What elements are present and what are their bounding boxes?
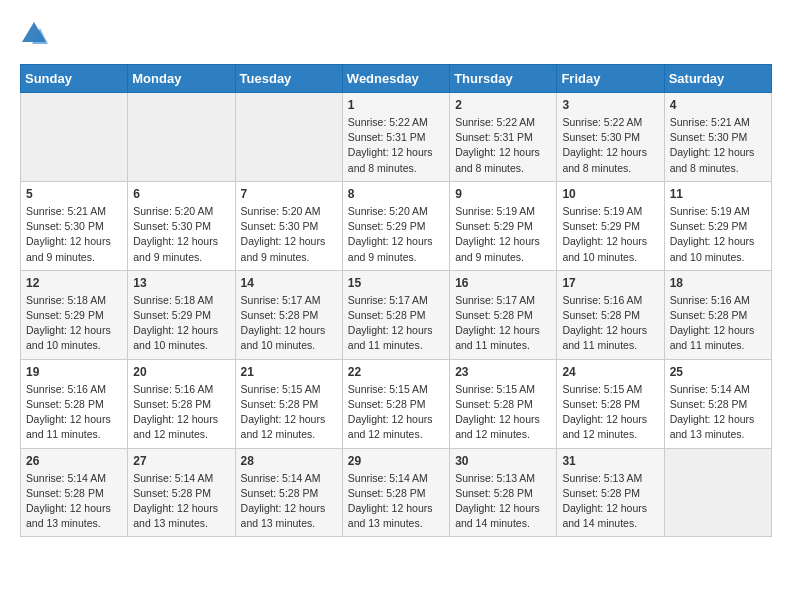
- day-cell: 17Sunrise: 5:16 AM Sunset: 5:28 PM Dayli…: [557, 270, 664, 359]
- day-info: Sunrise: 5:17 AM Sunset: 5:28 PM Dayligh…: [241, 293, 337, 354]
- day-info: Sunrise: 5:22 AM Sunset: 5:31 PM Dayligh…: [455, 115, 551, 176]
- day-cell: 31Sunrise: 5:13 AM Sunset: 5:28 PM Dayli…: [557, 448, 664, 537]
- day-info: Sunrise: 5:20 AM Sunset: 5:30 PM Dayligh…: [241, 204, 337, 265]
- day-info: Sunrise: 5:14 AM Sunset: 5:28 PM Dayligh…: [26, 471, 122, 532]
- day-number: 17: [562, 276, 658, 290]
- day-cell: 6Sunrise: 5:20 AM Sunset: 5:30 PM Daylig…: [128, 181, 235, 270]
- day-cell: [128, 93, 235, 182]
- day-cell: 3Sunrise: 5:22 AM Sunset: 5:30 PM Daylig…: [557, 93, 664, 182]
- day-info: Sunrise: 5:21 AM Sunset: 5:30 PM Dayligh…: [26, 204, 122, 265]
- day-info: Sunrise: 5:13 AM Sunset: 5:28 PM Dayligh…: [562, 471, 658, 532]
- day-info: Sunrise: 5:16 AM Sunset: 5:28 PM Dayligh…: [562, 293, 658, 354]
- day-number: 18: [670, 276, 766, 290]
- day-cell: 21Sunrise: 5:15 AM Sunset: 5:28 PM Dayli…: [235, 359, 342, 448]
- calendar-header: SundayMondayTuesdayWednesdayThursdayFrid…: [21, 65, 772, 93]
- day-info: Sunrise: 5:15 AM Sunset: 5:28 PM Dayligh…: [348, 382, 444, 443]
- day-cell: 2Sunrise: 5:22 AM Sunset: 5:31 PM Daylig…: [450, 93, 557, 182]
- day-info: Sunrise: 5:15 AM Sunset: 5:28 PM Dayligh…: [455, 382, 551, 443]
- day-cell: 7Sunrise: 5:20 AM Sunset: 5:30 PM Daylig…: [235, 181, 342, 270]
- day-cell: 23Sunrise: 5:15 AM Sunset: 5:28 PM Dayli…: [450, 359, 557, 448]
- week-row-1: 1Sunrise: 5:22 AM Sunset: 5:31 PM Daylig…: [21, 93, 772, 182]
- day-number: 9: [455, 187, 551, 201]
- day-number: 24: [562, 365, 658, 379]
- day-number: 15: [348, 276, 444, 290]
- day-number: 26: [26, 454, 122, 468]
- day-cell: 25Sunrise: 5:14 AM Sunset: 5:28 PM Dayli…: [664, 359, 771, 448]
- day-cell: 14Sunrise: 5:17 AM Sunset: 5:28 PM Dayli…: [235, 270, 342, 359]
- day-cell: 22Sunrise: 5:15 AM Sunset: 5:28 PM Dayli…: [342, 359, 449, 448]
- day-info: Sunrise: 5:20 AM Sunset: 5:30 PM Dayligh…: [133, 204, 229, 265]
- day-number: 29: [348, 454, 444, 468]
- day-info: Sunrise: 5:19 AM Sunset: 5:29 PM Dayligh…: [562, 204, 658, 265]
- day-info: Sunrise: 5:14 AM Sunset: 5:28 PM Dayligh…: [133, 471, 229, 532]
- day-info: Sunrise: 5:14 AM Sunset: 5:28 PM Dayligh…: [241, 471, 337, 532]
- day-cell: 4Sunrise: 5:21 AM Sunset: 5:30 PM Daylig…: [664, 93, 771, 182]
- day-cell: 9Sunrise: 5:19 AM Sunset: 5:29 PM Daylig…: [450, 181, 557, 270]
- header-cell-thursday: Thursday: [450, 65, 557, 93]
- day-info: Sunrise: 5:16 AM Sunset: 5:28 PM Dayligh…: [133, 382, 229, 443]
- day-number: 19: [26, 365, 122, 379]
- day-number: 3: [562, 98, 658, 112]
- day-number: 1: [348, 98, 444, 112]
- day-info: Sunrise: 5:20 AM Sunset: 5:29 PM Dayligh…: [348, 204, 444, 265]
- header-cell-tuesday: Tuesday: [235, 65, 342, 93]
- day-number: 10: [562, 187, 658, 201]
- day-cell: 10Sunrise: 5:19 AM Sunset: 5:29 PM Dayli…: [557, 181, 664, 270]
- logo-icon: [20, 20, 48, 48]
- day-cell: 29Sunrise: 5:14 AM Sunset: 5:28 PM Dayli…: [342, 448, 449, 537]
- day-number: 5: [26, 187, 122, 201]
- day-number: 27: [133, 454, 229, 468]
- day-number: 11: [670, 187, 766, 201]
- day-number: 2: [455, 98, 551, 112]
- header-cell-monday: Monday: [128, 65, 235, 93]
- calendar-table: SundayMondayTuesdayWednesdayThursdayFrid…: [20, 64, 772, 537]
- day-number: 22: [348, 365, 444, 379]
- day-cell: 12Sunrise: 5:18 AM Sunset: 5:29 PM Dayli…: [21, 270, 128, 359]
- day-info: Sunrise: 5:22 AM Sunset: 5:30 PM Dayligh…: [562, 115, 658, 176]
- day-info: Sunrise: 5:15 AM Sunset: 5:28 PM Dayligh…: [241, 382, 337, 443]
- day-number: 21: [241, 365, 337, 379]
- day-cell: 26Sunrise: 5:14 AM Sunset: 5:28 PM Dayli…: [21, 448, 128, 537]
- day-cell: 16Sunrise: 5:17 AM Sunset: 5:28 PM Dayli…: [450, 270, 557, 359]
- day-number: 4: [670, 98, 766, 112]
- day-cell: 19Sunrise: 5:16 AM Sunset: 5:28 PM Dayli…: [21, 359, 128, 448]
- day-number: 28: [241, 454, 337, 468]
- day-cell: 30Sunrise: 5:13 AM Sunset: 5:28 PM Dayli…: [450, 448, 557, 537]
- day-cell: 27Sunrise: 5:14 AM Sunset: 5:28 PM Dayli…: [128, 448, 235, 537]
- header-cell-saturday: Saturday: [664, 65, 771, 93]
- day-info: Sunrise: 5:15 AM Sunset: 5:28 PM Dayligh…: [562, 382, 658, 443]
- day-number: 6: [133, 187, 229, 201]
- day-number: 14: [241, 276, 337, 290]
- day-number: 23: [455, 365, 551, 379]
- day-cell: 1Sunrise: 5:22 AM Sunset: 5:31 PM Daylig…: [342, 93, 449, 182]
- day-cell: [664, 448, 771, 537]
- week-row-2: 5Sunrise: 5:21 AM Sunset: 5:30 PM Daylig…: [21, 181, 772, 270]
- day-info: Sunrise: 5:21 AM Sunset: 5:30 PM Dayligh…: [670, 115, 766, 176]
- day-number: 25: [670, 365, 766, 379]
- day-number: 12: [26, 276, 122, 290]
- day-cell: 18Sunrise: 5:16 AM Sunset: 5:28 PM Dayli…: [664, 270, 771, 359]
- day-info: Sunrise: 5:14 AM Sunset: 5:28 PM Dayligh…: [670, 382, 766, 443]
- day-cell: 20Sunrise: 5:16 AM Sunset: 5:28 PM Dayli…: [128, 359, 235, 448]
- day-cell: 24Sunrise: 5:15 AM Sunset: 5:28 PM Dayli…: [557, 359, 664, 448]
- day-info: Sunrise: 5:17 AM Sunset: 5:28 PM Dayligh…: [348, 293, 444, 354]
- day-number: 13: [133, 276, 229, 290]
- day-info: Sunrise: 5:19 AM Sunset: 5:29 PM Dayligh…: [455, 204, 551, 265]
- day-cell: [235, 93, 342, 182]
- day-number: 16: [455, 276, 551, 290]
- header-cell-friday: Friday: [557, 65, 664, 93]
- header-row: SundayMondayTuesdayWednesdayThursdayFrid…: [21, 65, 772, 93]
- day-info: Sunrise: 5:22 AM Sunset: 5:31 PM Dayligh…: [348, 115, 444, 176]
- week-row-4: 19Sunrise: 5:16 AM Sunset: 5:28 PM Dayli…: [21, 359, 772, 448]
- week-row-5: 26Sunrise: 5:14 AM Sunset: 5:28 PM Dayli…: [21, 448, 772, 537]
- day-info: Sunrise: 5:18 AM Sunset: 5:29 PM Dayligh…: [133, 293, 229, 354]
- day-number: 30: [455, 454, 551, 468]
- day-number: 7: [241, 187, 337, 201]
- logo: [20, 20, 52, 48]
- day-cell: 8Sunrise: 5:20 AM Sunset: 5:29 PM Daylig…: [342, 181, 449, 270]
- day-cell: [21, 93, 128, 182]
- day-cell: 13Sunrise: 5:18 AM Sunset: 5:29 PM Dayli…: [128, 270, 235, 359]
- day-info: Sunrise: 5:18 AM Sunset: 5:29 PM Dayligh…: [26, 293, 122, 354]
- day-info: Sunrise: 5:17 AM Sunset: 5:28 PM Dayligh…: [455, 293, 551, 354]
- day-info: Sunrise: 5:13 AM Sunset: 5:28 PM Dayligh…: [455, 471, 551, 532]
